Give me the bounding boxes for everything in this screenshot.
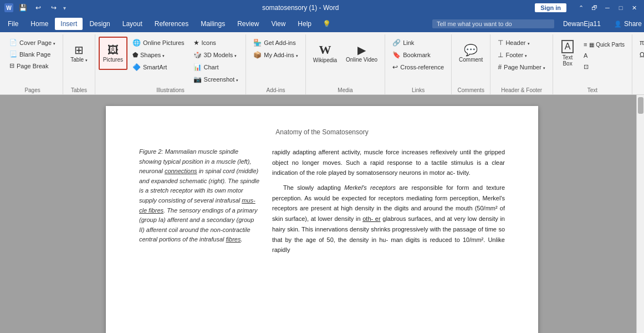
comments-buttons: 💬 Comment xyxy=(455,34,487,85)
menu-home[interactable]: Home xyxy=(25,18,54,30)
ribbon-collapse-button[interactable]: ⌃ xyxy=(575,2,586,13)
illustrations-label: Illustrations xyxy=(99,85,242,94)
chart-button[interactable]: 📊 Chart xyxy=(190,61,243,73)
figure-caption: Figure 2: Mammalian muscle spindle showi… xyxy=(139,147,261,245)
symbols-label: Symbols xyxy=(636,85,644,94)
table-button[interactable]: ⊞ Table ▾ xyxy=(67,37,91,70)
symbols-col: π Equation ▾ Ω Symbol ▾ xyxy=(636,37,644,61)
wordart-button[interactable]: A xyxy=(580,50,628,61)
cover-page-button[interactable]: 📄 Cover Page ▾ xyxy=(6,37,59,48)
menu-layout[interactable]: Layout xyxy=(117,18,148,30)
bookmark-button[interactable]: 🔖 Bookmark xyxy=(389,49,448,61)
paragraph-1: rapidly adapting afferent activity, musc… xyxy=(272,147,505,178)
illustrations-col2: ★ Icons 🎲 3D Models ▾ 📊 Chart 📷 Screensh… xyxy=(190,37,243,85)
page-number-icon: # xyxy=(498,63,502,71)
minimize-button[interactable]: ─ xyxy=(602,2,613,13)
online-video-button[interactable]: ▶ Online Video xyxy=(342,37,381,70)
equation-icon: π xyxy=(640,39,644,47)
icons-button[interactable]: ★ Icons xyxy=(190,37,243,49)
maximize-button[interactable]: □ xyxy=(615,2,626,13)
page-number-button[interactable]: # Page Number ▾ xyxy=(494,61,549,73)
comment-button[interactable]: 💬 Comment xyxy=(455,37,487,70)
menu-insert[interactable]: Insert xyxy=(55,18,83,30)
menu-references[interactable]: References xyxy=(149,18,194,30)
sign-in-button[interactable]: Sign in xyxy=(535,3,566,12)
redo-button[interactable]: ↪ xyxy=(48,2,60,14)
link-icon: 🔗 xyxy=(392,39,401,47)
my-addins-icon: 📦 xyxy=(253,51,262,59)
menu-review[interactable]: Review xyxy=(232,18,264,30)
ribbon-group-tables: ⊞ Table ▾ Tables xyxy=(63,34,95,94)
shapes-button[interactable]: ⬟ Shapes ▾ xyxy=(129,49,188,61)
ribbon-group-header-footer: ⊤ Header ▾ ⊥ Footer ▾ # Page Number ▾ He… xyxy=(490,34,553,94)
pages-col: 📄 Cover Page ▾ 📃 Blank Page ⊟ Page Break xyxy=(6,37,59,72)
menu-bar: File Home Insert Design Layout Reference… xyxy=(0,16,644,32)
wordart-icon: A xyxy=(584,52,587,59)
screenshot-button[interactable]: 📷 Screenshot ▾ xyxy=(190,73,243,85)
text-label: Text xyxy=(556,85,628,94)
get-addins-button[interactable]: 🏪 Get Add-ins xyxy=(249,37,301,49)
ribbon-group-symbols: π Equation ▾ Ω Symbol ▾ Symbols xyxy=(632,34,644,94)
word-icon: W xyxy=(4,3,13,12)
search-label: Tell me what you want to do xyxy=(437,21,512,27)
blank-page-button[interactable]: 📃 Blank Page xyxy=(6,48,59,60)
cross-reference-button[interactable]: ↩ Cross-reference xyxy=(389,61,448,73)
link-button[interactable]: 🔗 Link xyxy=(389,37,448,49)
text-buttons: A TextBox ≡ ▦ Quick Parts A ⊡ xyxy=(556,34,628,85)
get-addins-icon: 🏪 xyxy=(253,39,262,47)
wikipedia-button[interactable]: W Wikipedia xyxy=(309,37,341,70)
my-addins-button[interactable]: 📦 My Add-ins ▾ xyxy=(249,49,301,61)
ribbon-group-comments: 💬 Comment Comments xyxy=(452,34,490,94)
ribbon-group-addins: 🏪 Get Add-ins 📦 My Add-ins ▾ Add-ins xyxy=(246,34,305,94)
user-name[interactable]: DewanEja11 xyxy=(558,18,606,30)
footer-button[interactable]: ⊥ Footer ▾ xyxy=(494,49,549,61)
symbols-buttons: π Equation ▾ Ω Symbol ▾ xyxy=(636,34,644,85)
menu-mailings[interactable]: Mailings xyxy=(195,18,231,30)
save-button[interactable]: 💾 xyxy=(17,2,29,14)
quick-parts-icon: ≡ xyxy=(584,41,587,48)
media-label: Media xyxy=(309,85,381,94)
vertical-scrollbar[interactable] xyxy=(636,95,644,333)
lightbulb-icon: 💡 xyxy=(323,20,331,28)
undo-button[interactable]: ↩ xyxy=(32,2,44,14)
comments-label: Comments xyxy=(455,85,487,94)
ribbon-group-links: 🔗 Link 🔖 Bookmark ↩ Cross-reference Link… xyxy=(385,34,452,94)
wikipedia-icon: W xyxy=(319,44,331,56)
addins-label: Add-ins xyxy=(249,85,301,94)
tables-buttons: ⊞ Table ▾ xyxy=(67,34,91,85)
pictures-button[interactable]: 🖼 Pictures xyxy=(99,37,127,70)
menu-help[interactable]: Help xyxy=(292,18,317,30)
3d-models-button[interactable]: 🎲 3D Models ▾ xyxy=(190,49,243,61)
figure-section: Figure 2: Mammalian muscle spindle showi… xyxy=(139,147,261,260)
online-pictures-icon: 🌐 xyxy=(132,39,141,47)
cross-reference-icon: ↩ xyxy=(392,63,398,71)
menu-file[interactable]: File xyxy=(2,18,24,30)
icons-icon: ★ xyxy=(193,39,200,47)
equation-button[interactable]: π Equation ▾ xyxy=(636,37,644,49)
quick-parts-button[interactable]: ≡ ▦ Quick Parts xyxy=(580,39,628,50)
close-button[interactable]: ✕ xyxy=(628,2,640,13)
media-buttons: W Wikipedia ▶ Online Video xyxy=(309,34,381,85)
dropcap-button[interactable]: ⊡ xyxy=(580,61,628,73)
header-button[interactable]: ⊤ Header ▾ xyxy=(494,37,549,49)
online-pictures-button[interactable]: 🌐 Online Pictures xyxy=(129,37,188,49)
comment-icon: 💬 xyxy=(464,44,478,56)
online-video-icon: ▶ xyxy=(357,44,366,56)
restore-button[interactable]: 🗗 xyxy=(589,2,600,13)
ribbon-group-text: A TextBox ≡ ▦ Quick Parts A ⊡ Text xyxy=(553,34,632,94)
links-col: 🔗 Link 🔖 Bookmark ↩ Cross-reference xyxy=(389,37,448,73)
title-bar: W 💾 ↩ ↪ ▾ somatosensory (1) - Word Sign … xyxy=(0,0,644,16)
share-button[interactable]: 👤 Share xyxy=(614,20,642,28)
symbol-button[interactable]: Ω Symbol ▾ xyxy=(636,49,644,61)
smartart-button[interactable]: 🔷 SmartArt xyxy=(129,61,188,73)
menu-view[interactable]: View xyxy=(266,18,292,30)
scrollbar-thumb[interactable] xyxy=(638,97,643,114)
search-bar[interactable]: Tell me what you want to do xyxy=(432,19,554,28)
pages-label: Pages xyxy=(6,85,59,94)
page-break-button[interactable]: ⊟ Page Break xyxy=(6,60,59,72)
smartart-icon: 🔷 xyxy=(132,63,141,71)
window-title: somatosensory (1) - Word xyxy=(66,4,535,12)
menu-design[interactable]: Design xyxy=(84,18,115,30)
text-box-button[interactable]: A TextBox xyxy=(556,37,579,70)
document-content: Figure 2: Mammalian muscle spindle showi… xyxy=(139,147,505,260)
